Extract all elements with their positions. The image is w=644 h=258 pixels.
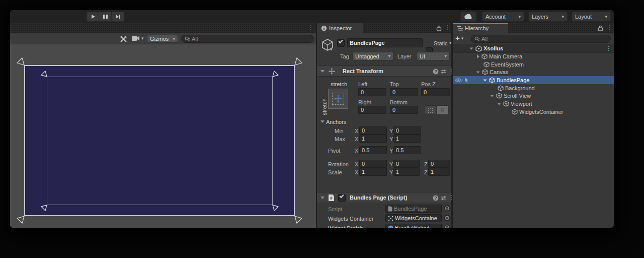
search-icon	[185, 36, 190, 42]
tree-item-scroll-view[interactable]: Scroll View	[453, 92, 614, 100]
object-picker-icon[interactable]	[444, 215, 450, 221]
gameobject-cube-icon	[481, 53, 488, 59]
lock-icon[interactable]	[598, 25, 603, 31]
rect-posz-field[interactable]: 0	[421, 88, 450, 96]
blueprint-mode-button[interactable]	[425, 105, 437, 115]
rotation-y-field[interactable]: 0	[393, 160, 420, 168]
script-object-field[interactable]: BundlesPage	[385, 205, 442, 213]
rect-top-field[interactable]: 0	[390, 88, 418, 96]
rect-bottom-field[interactable]: 0	[390, 106, 418, 114]
tree-item-label: Background	[505, 85, 535, 91]
tree-item-eventsystem[interactable]: EventSystem	[453, 60, 614, 69]
scene-viewport[interactable]	[10, 44, 316, 228]
foldout-open-icon[interactable]	[470, 47, 473, 49]
prefab-cube-icon	[388, 225, 393, 228]
anchors-max-x-field[interactable]: 1	[359, 135, 387, 143]
layers-dropdown[interactable]: Layers ▾	[528, 12, 568, 22]
chevron-down-icon: ▾	[605, 15, 607, 19]
static-dropdown-caret[interactable]: ▾	[449, 41, 452, 45]
foldout-open-icon[interactable]	[491, 95, 494, 97]
rect-left-value: 0	[361, 89, 364, 95]
step-button[interactable]	[112, 12, 124, 22]
rotation-x-field[interactable]: 0	[359, 160, 387, 168]
rotation-z-field[interactable]: 0	[428, 160, 450, 168]
tab-inspector[interactable]: Inspector	[317, 23, 363, 33]
pivot-y-value: 0.5	[396, 147, 404, 153]
tree-item-canvas[interactable]: Canvas	[453, 68, 614, 76]
scale-x-field[interactable]: 1	[359, 168, 387, 176]
anchors-max-y-field[interactable]: 1	[393, 135, 421, 143]
create-object-button[interactable]: + ▾	[455, 34, 463, 42]
pivot-x-field[interactable]: 0.5	[359, 146, 387, 154]
foldout-open-icon[interactable]	[476, 71, 480, 73]
hierarchy-search-input[interactable]: All	[471, 35, 611, 43]
anchors-max-x-value: 1	[362, 136, 365, 142]
axis-x-label: X	[355, 135, 358, 143]
presets-icon[interactable]	[441, 195, 447, 201]
object-picker-icon[interactable]	[444, 205, 450, 212]
foldout-closed-icon[interactable]	[477, 54, 479, 58]
axis-z-label: Z	[424, 160, 428, 168]
widget-prefab-object-field[interactable]: BundleWidget	[385, 224, 442, 228]
scene-panel-menu-icon[interactable]: ⋮	[307, 25, 313, 31]
tree-item-label: BundlesPage	[497, 77, 529, 83]
lock-icon[interactable]	[436, 25, 442, 31]
pickability-hand-icon[interactable]	[464, 77, 469, 83]
rect-transform-header[interactable]: Rect Transform ? ⋮	[317, 66, 451, 77]
play-button[interactable]	[87, 12, 99, 22]
rect-transform-foldout-icon[interactable]	[320, 70, 325, 73]
anchors-min-x-field[interactable]: 0	[359, 126, 387, 135]
tree-item-main-camera[interactable]: Main Camera	[453, 52, 614, 60]
account-dropdown[interactable]: Account ▾	[482, 12, 524, 22]
help-icon[interactable]: ?	[433, 195, 439, 201]
gizmos-dropdown[interactable]: Gizmos ▾	[147, 35, 178, 43]
gameobject-active-checkbox[interactable]	[337, 39, 345, 47]
pause-button[interactable]	[99, 12, 112, 22]
inspector-menu-icon[interactable]: ⋮	[445, 25, 451, 31]
gameobject-icon-caret[interactable]: ▾	[330, 47, 333, 52]
gameobject-name-field[interactable]: BundlesPage	[347, 38, 423, 47]
rect-right-field[interactable]: 0	[358, 106, 386, 114]
anchors-min-y-field[interactable]: 0	[393, 126, 421, 135]
rect-top-value: 0	[392, 89, 395, 95]
script-component-header[interactable]: # Bundles Page (Script) ? ⋮	[317, 192, 451, 203]
widget-prefab-row-label: Widget Prefab	[328, 224, 363, 228]
scale-y-field[interactable]: 1	[393, 168, 420, 176]
anchors-max-label: Max	[335, 135, 345, 143]
widgets-container-object-field[interactable]: WidgetsContaine	[385, 214, 442, 222]
help-icon[interactable]: ?	[433, 69, 439, 75]
tree-item-widgetscontainer[interactable]: WidgetsContainer	[453, 108, 614, 116]
anchor-preset-button[interactable]	[328, 89, 348, 109]
anchors-foldout-icon[interactable]	[320, 120, 325, 123]
gameobject-cube-icon	[482, 69, 488, 75]
presets-icon[interactable]	[441, 69, 447, 75]
pivot-y-field[interactable]: 0.5	[393, 146, 421, 154]
scene-row-xsollus[interactable]: Xsollus ⋮	[453, 44, 614, 53]
cloud-services-button[interactable]	[460, 12, 476, 22]
layer-dropdown[interactable]: UI ▾	[417, 52, 450, 60]
tab-hierarchy[interactable]: Hierarchy	[453, 23, 508, 33]
tag-dropdown[interactable]: Untagged ▾	[352, 52, 393, 60]
layout-dropdown[interactable]: Layout ▾	[572, 12, 611, 22]
scale-z-field[interactable]: 1	[428, 168, 450, 176]
rect-left-label: Left	[358, 80, 367, 88]
scene-tools-button[interactable]	[120, 35, 127, 43]
scene-search-input[interactable]: All	[181, 35, 314, 43]
object-picker-icon[interactable]	[444, 224, 450, 228]
tree-item-viewport[interactable]: Viewport	[453, 100, 614, 108]
raw-edit-mode-button[interactable]: R	[437, 105, 449, 115]
script-component-foldout-icon[interactable]	[320, 197, 325, 199]
rect-left-field[interactable]: 0	[358, 88, 386, 96]
script-file-icon: #	[328, 194, 335, 202]
tree-item-background[interactable]: Background	[453, 84, 614, 92]
info-icon	[321, 25, 327, 31]
scene-camera-button[interactable]: ▾	[132, 35, 144, 41]
tree-item-bundlespage[interactable]: BundlesPage	[453, 76, 614, 84]
scene-panel: ⋮ ▾ Gizmos	[10, 23, 316, 228]
scene-row-menu-icon[interactable]: ⋮	[606, 45, 612, 51]
script-enabled-checkbox[interactable]	[338, 194, 346, 202]
visibility-eye-icon[interactable]	[455, 78, 462, 83]
foldout-open-icon[interactable]	[498, 103, 501, 105]
hierarchy-menu-icon[interactable]: ⋮	[607, 25, 613, 31]
foldout-open-icon[interactable]	[484, 79, 487, 81]
